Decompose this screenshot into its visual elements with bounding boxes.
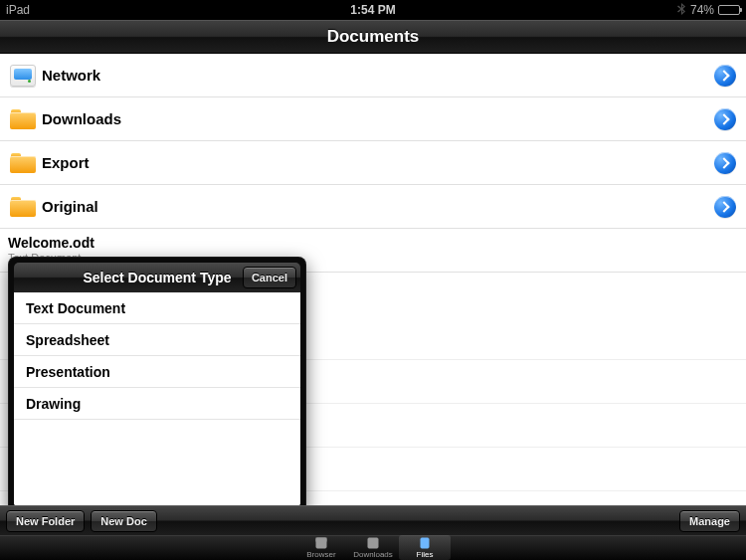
download-icon [367,537,379,549]
disclosure-icon[interactable] [714,108,736,130]
popover-title: Select Document Type [83,270,231,285]
tab-label: Browser [306,550,335,559]
new-doc-button[interactable]: New Doc [91,510,156,532]
list-item-label: Downloads [38,110,714,127]
cancel-button[interactable]: Cancel [243,267,296,288]
svg-rect-1 [316,538,326,541]
list-item-label: Original [38,198,714,215]
page-title: Documents [327,27,420,47]
nav-bar: Documents [0,20,746,54]
list-item-label: Network [38,67,714,84]
list-item-label: Export [38,154,714,171]
tab-browser[interactable]: Browser [295,535,347,560]
clock: 1:54 PM [0,3,746,17]
bluetooth-icon [677,3,686,18]
list-item-folder[interactable]: Original [0,185,746,229]
files-icon [419,537,431,549]
svg-rect-5 [423,542,428,543]
folder-icon [10,197,36,217]
disclosure-icon[interactable] [714,152,736,174]
document-name: Welcome.odt [8,235,736,251]
doc-type-option[interactable]: Drawing [14,388,300,420]
battery-percent: 74% [690,3,714,17]
battery-icon [718,5,740,15]
manage-button[interactable]: Manage [679,510,740,532]
tab-files[interactable]: Files [399,535,451,560]
doc-type-option[interactable]: Spreadsheet [14,324,300,356]
folder-icon [10,109,36,129]
svg-rect-6 [423,544,428,545]
globe-icon [315,537,327,549]
svg-rect-4 [423,540,428,541]
popover-empty-area [14,420,300,507]
tab-downloads[interactable]: Downloads [347,535,399,560]
network-drive-icon [10,65,36,87]
tab-label: Downloads [353,550,393,559]
list-item-folder[interactable]: Downloads [0,97,746,141]
new-document-popover: Select Document Type Cancel Text Documen… [8,257,306,513]
bottom-toolbar: New Folder New Doc Manage [0,505,746,535]
tab-label: Files [417,550,434,559]
new-folder-button[interactable]: New Folder [6,510,85,532]
disclosure-icon[interactable] [714,65,736,87]
doc-type-option[interactable]: Text Document [14,292,300,324]
device-label: iPad [6,3,30,17]
ios-status-bar: iPad 1:54 PM 74% [0,0,746,20]
disclosure-icon[interactable] [714,196,736,218]
folder-icon [10,153,36,173]
doc-type-option[interactable]: Presentation [14,356,300,388]
tab-bar: Browser Downloads Files [0,535,746,560]
popover-header: Select Document Type Cancel [14,263,300,292]
list-item-network[interactable]: Network [0,54,746,97]
list-item-folder[interactable]: Export [0,141,746,185]
